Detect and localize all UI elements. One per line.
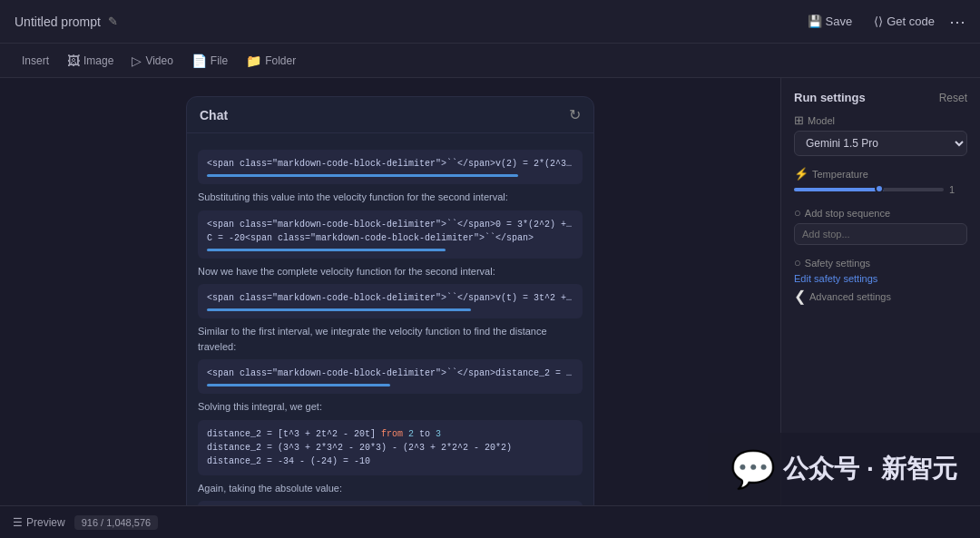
code-block-4: <span class="markdown-code-block-delimit…: [198, 359, 583, 394]
temperature-label: ⚡ Temperature: [794, 167, 967, 181]
prose-text-3: Similar to the first interval, we integr…: [198, 324, 583, 354]
chat-title: Chat: [200, 108, 228, 122]
advanced-settings-label: Advanced settings: [809, 291, 891, 302]
temperature-slider-row: 1: [794, 184, 967, 195]
safety-settings-label: ○ Safety settings: [794, 256, 967, 269]
temperature-section: ⚡ Temperature 1: [794, 167, 967, 195]
insert-button[interactable]: Insert: [15, 52, 56, 70]
prose-text-1: Substituting this value into the velocit…: [198, 190, 583, 205]
chat-header: Chat ↻: [187, 97, 593, 133]
chat-panel: Chat ↻ <span class="markdown-code-block-…: [186, 96, 594, 505]
reset-button[interactable]: Reset: [939, 92, 967, 104]
code-block-5: distance_2 = [t^3 + 2t^2 - 20t] from 2 t…: [198, 420, 583, 475]
save-button[interactable]: 💾 Save: [800, 11, 860, 32]
folder-icon: 📁: [246, 54, 261, 68]
temperature-slider-track[interactable]: [794, 188, 944, 191]
chat-container: Chat ↻ <span class="markdown-code-block-…: [0, 78, 780, 505]
file-button[interactable]: 📄 File: [184, 51, 235, 71]
watermark-text: 公众号 · 新智元: [783, 452, 956, 486]
edit-title-icon[interactable]: ✎: [108, 15, 118, 28]
folder-button[interactable]: 📁 Folder: [239, 51, 303, 71]
chevron-down-icon: ❮: [794, 288, 806, 305]
sidebar-header: Run settings Reset: [794, 91, 967, 104]
advanced-settings-row[interactable]: ❮ Advanced settings: [794, 288, 967, 305]
wechat-icon: 💬: [730, 448, 776, 491]
temperature-value: 1: [949, 184, 967, 195]
prose-text-2: Now we have the complete velocity functi…: [198, 264, 583, 279]
bottom-bar: ☰ Preview 916 / 1,048,576: [0, 505, 980, 538]
model-icon: ⊞: [794, 113, 804, 127]
add-stop-input[interactable]: [794, 223, 967, 245]
watermark: 💬 公众号 · 新智元: [708, 433, 980, 505]
top-bar: Untitled prompt ✎ 💾 Save ⟨⟩ Get code ⋯: [0, 0, 980, 44]
code-block-3: <span class="markdown-code-block-delimit…: [198, 284, 583, 318]
prose-text-4: Solving this integral, we get:: [198, 399, 583, 415]
video-button[interactable]: ▷ Video: [124, 51, 180, 71]
run-settings-title: Run settings: [794, 91, 866, 104]
preview-button[interactable]: ☰ Preview: [13, 516, 65, 529]
video-icon: ▷: [132, 54, 142, 68]
model-label: ⊞ Model: [794, 113, 967, 127]
page-title: Untitled prompt: [15, 15, 101, 29]
code-block-1: <span class="markdown-code-block-delimit…: [198, 150, 583, 184]
safety-icon: ○: [794, 256, 801, 269]
image-icon: 🖼: [67, 54, 80, 68]
edit-safety-link[interactable]: Edit safety settings: [794, 273, 967, 284]
toolbar: Insert 🖼 Image ▷ Video 📄 File 📁 Folder: [0, 44, 980, 78]
temperature-slider-thumb: [875, 184, 884, 193]
add-stop-label: ○ Add stop sequence: [794, 206, 967, 220]
top-bar-right: 💾 Save ⟨⟩ Get code ⋯: [800, 11, 965, 32]
prose-text-5: Again, taking the absolute value:: [198, 481, 583, 496]
save-icon: 💾: [808, 15, 822, 28]
add-stop-section: ○ Add stop sequence: [794, 206, 967, 245]
code-icon: ⟨⟩: [874, 15, 883, 28]
temperature-icon: ⚡: [794, 167, 808, 181]
model-select[interactable]: Gemini 1.5 Pro Gemini 1.5 Flash Gemini 2…: [794, 131, 967, 156]
token-count: 916 / 1,048,576: [74, 515, 158, 530]
get-code-button[interactable]: ⟨⟩ Get code: [874, 15, 935, 28]
temperature-slider-fill: [794, 188, 884, 191]
add-stop-icon: ○: [794, 206, 801, 220]
code-block-2: <span class="markdown-code-block-delimit…: [198, 210, 583, 259]
more-options-button[interactable]: ⋯: [949, 12, 965, 32]
top-bar-left: Untitled prompt ✎: [15, 15, 118, 29]
chat-messages[interactable]: <span class="markdown-code-block-delimit…: [187, 133, 593, 505]
file-icon: 📄: [191, 54, 207, 68]
preview-icon: ☰: [13, 516, 23, 529]
image-button[interactable]: 🖼 Image: [60, 51, 121, 71]
refresh-icon[interactable]: ↻: [569, 106, 581, 123]
